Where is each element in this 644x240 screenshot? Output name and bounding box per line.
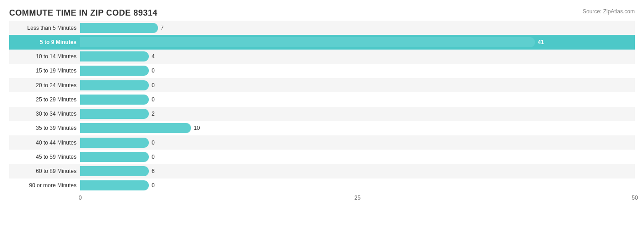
bar-track: 41 [80,35,635,49]
bar-fill [80,66,149,76]
bar-fill [80,109,149,119]
x-axis-line [80,193,635,193]
bar-track: 0 [80,135,635,150]
x-axis: 02550 [80,193,635,207]
bar-label: 35 to 39 Minutes [9,125,80,131]
bar-fill [80,123,191,133]
source-text: Source: ZipAtlas.com [583,8,635,15]
bar-value: 10 [194,125,200,131]
bar-value: 0 [152,140,155,146]
bar-row: 90 or more Minutes0 [9,179,635,193]
bar-track: 6 [80,164,635,179]
bar-value: 7 [161,25,164,31]
bar-fill [80,95,149,105]
bar-value: 4 [152,53,155,60]
chart-title: COMMUTE TIME IN ZIP CODE 89314 [9,8,635,18]
bar-label: Less than 5 Minutes [9,25,80,31]
bar-value: 0 [152,182,155,189]
bar-label: 5 to 9 Minutes [9,39,80,45]
bar-row: 40 to 44 Minutes0 [9,135,635,150]
bar-track: 0 [80,64,635,78]
bar-fill [80,166,149,176]
bar-label: 15 to 19 Minutes [9,67,80,74]
bar-fill [80,51,149,61]
bars-section: Less than 5 Minutes75 to 9 Minutes4110 t… [9,21,635,193]
bar-value: 0 [152,96,155,103]
bar-label: 40 to 44 Minutes [9,140,80,146]
bar-label: 60 to 89 Minutes [9,168,80,174]
chart-container: COMMUTE TIME IN ZIP CODE 89314 Source: Z… [0,0,644,240]
bar-track: 4 [80,50,635,64]
bar-fill [80,152,149,162]
bar-row: 45 to 59 Minutes0 [9,150,635,164]
x-axis-tick: 0 [79,195,82,201]
bar-label: 25 to 29 Minutes [9,96,80,103]
bar-track: 7 [80,21,635,35]
bar-track: 10 [80,121,635,135]
bar-label: 30 to 34 Minutes [9,111,80,117]
chart-area: Less than 5 Minutes75 to 9 Minutes4110 t… [9,21,635,207]
bar-label: 90 or more Minutes [9,182,80,189]
bar-row: 30 to 34 Minutes2 [9,107,635,121]
bar-row: 60 to 89 Minutes6 [9,164,635,179]
bar-fill [80,80,149,90]
bar-label: 10 to 14 Minutes [9,53,80,60]
bar-value: 0 [152,82,155,89]
bar-track: 0 [80,150,635,164]
bar-track: 0 [80,92,635,106]
bar-fill [80,180,149,190]
bar-value: 6 [152,168,155,174]
bar-label: 45 to 59 Minutes [9,154,80,160]
bar-track: 2 [80,107,635,121]
bar-track: 0 [80,78,635,92]
bar-value: 0 [152,154,155,160]
bar-row: 25 to 29 Minutes0 [9,92,635,106]
bar-label: 20 to 24 Minutes [9,82,80,89]
bar-row: 10 to 14 Minutes4 [9,50,635,64]
bar-value: 0 [152,67,155,74]
bar-fill [80,37,535,47]
x-axis-tick: 25 [355,195,360,201]
bar-row: 20 to 24 Minutes0 [9,78,635,92]
bar-row: Less than 5 Minutes7 [9,21,635,35]
bar-track: 0 [80,179,635,193]
bar-fill [80,23,158,33]
bar-row: 15 to 19 Minutes0 [9,64,635,78]
bar-fill [80,138,149,148]
x-axis-tick: 50 [632,195,638,201]
bar-value: 2 [152,111,155,117]
bar-row: 35 to 39 Minutes10 [9,121,635,135]
bar-value: 41 [538,39,544,45]
bar-row: 5 to 9 Minutes41 [9,35,635,49]
